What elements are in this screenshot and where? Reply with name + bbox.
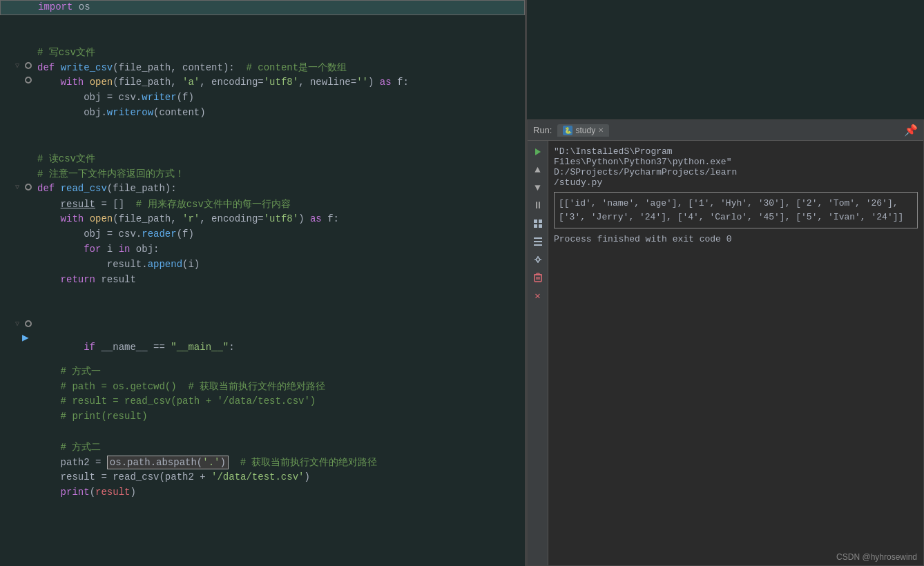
bp-13: [23, 182, 33, 192]
line-1: import os: [0, 0, 525, 15]
code-20: [35, 289, 525, 300]
line-17: for i in obj:: [0, 243, 525, 258]
run-reload-button[interactable]: [530, 215, 546, 232]
fold-5: ▽: [15, 61, 23, 70]
bp-23: [23, 365, 32, 373]
svg-rect-1: [534, 219, 537, 223]
line-20: [0, 289, 525, 304]
svg-point-8: [536, 258, 539, 262]
line-14: result = [] # 用来存放csv文件中的每一行内容: [0, 197, 525, 213]
run-panel: Run: 🐍 study ✕ 📌 ▲ ▼ ⏸: [527, 119, 924, 566]
gutter-9: [0, 122, 35, 130]
current-arrow: ▶: [22, 331, 29, 344]
code-14: result = [] # 用来存放csv文件中的每一行内容: [35, 198, 525, 211]
code-16: obj = csv.reader(f): [35, 228, 525, 240]
bp-12: [23, 168, 32, 176]
bp-18: [23, 259, 32, 267]
code-4: # 写csv文件: [35, 46, 525, 59]
line-28: # 方式二: [0, 440, 525, 456]
run-play-button[interactable]: [530, 144, 546, 160]
line-9: [0, 121, 525, 137]
run-tab[interactable]: 🐍 study ✕: [557, 124, 609, 137]
svg-rect-5: [534, 237, 542, 239]
line-8: obj.writerow(content): [0, 106, 525, 121]
svg-marker-0: [535, 148, 541, 155]
gutter-2: [0, 16, 35, 24]
bp-27: [23, 426, 32, 434]
code-19: return result: [35, 274, 525, 285]
output-result: [['id', 'name', 'age'], ['1', 'Hyh', '30…: [554, 192, 918, 228]
run-trash-button[interactable]: [530, 269, 546, 286]
code-24: # path = os.getcwd() # 获取当前执行文件的绝对路径: [35, 380, 525, 393]
gutter-24: [0, 380, 35, 389]
code-10: [35, 137, 525, 148]
editor-area: import os # 写csv文件 ▽ def write_csv(file_…: [0, 0, 924, 566]
bp-4: [23, 46, 32, 55]
svg-rect-6: [534, 241, 542, 242]
code-22: ▶ if __name__ == "__main__":: [35, 320, 525, 364]
run-pause-button[interactable]: ⏸: [530, 197, 546, 214]
line-15: with open(file_path, 'r', encoding='utf8…: [0, 213, 525, 228]
gutter-20: [0, 289, 35, 297]
bp-5: [23, 61, 33, 70]
gutter-18: [0, 259, 35, 267]
gutter-14: [0, 198, 35, 206]
bp-20: [23, 289, 32, 297]
bp-17: [23, 244, 32, 252]
fn-write-csv: write_csv: [61, 62, 113, 73]
line-30: result = read_csv(path2 + '/data/test.cs…: [0, 471, 525, 486]
gutter-8: [0, 107, 35, 115]
line-19: return result: [0, 273, 525, 289]
gutter-26: [0, 411, 35, 419]
bp-26: [23, 411, 32, 419]
code-30: result = read_csv(path2 + '/data/test.cs…: [35, 471, 525, 482]
run-settings-button[interactable]: [530, 251, 546, 268]
gutter-10: [0, 137, 35, 146]
bp-9: [23, 122, 32, 130]
code-9: [35, 122, 525, 133]
svg-rect-2: [539, 219, 542, 223]
line-18: result.append(i): [0, 258, 525, 273]
pin-icon[interactable]: 📌: [904, 124, 918, 137]
code-2: [35, 16, 525, 27]
line-5: ▽ def write_csv(file_path, content): # c…: [0, 61, 525, 76]
line-23: # 方式一: [0, 364, 525, 380]
gutter-19: [0, 274, 35, 282]
line-24: # path = os.getcwd() # 获取当前执行文件的绝对路径: [0, 380, 525, 395]
code-6: with open(file_path, 'a', encoding='utf8…: [35, 77, 525, 88]
line-13: ▽ def read_csv(file_path):: [0, 182, 525, 197]
run-body: ▲ ▼ ⏸: [528, 141, 923, 565]
gutter-11: [0, 153, 35, 161]
bp-29: [23, 456, 32, 465]
run-stop-button[interactable]: ✕: [530, 287, 546, 304]
bp-15: [23, 213, 32, 222]
line-25: # result = read_csv(path + '/data/test.c…: [0, 395, 525, 410]
run-output: "D:\InstalledS\Program Files\Python\Pyth…: [548, 141, 923, 565]
bp-16: [23, 228, 32, 237]
gutter-23: [0, 365, 35, 373]
code-27: [35, 426, 525, 437]
code-5: def write_csv(file_path, content): # con…: [35, 61, 525, 74]
gutter-6: [0, 77, 35, 84]
run-scroll-up-button[interactable]: ▲: [530, 162, 546, 178]
run-config-button[interactable]: [530, 233, 546, 250]
run-toolbar: ▲ ▼ ⏸: [528, 141, 548, 565]
bp-11: [23, 153, 32, 161]
line-12: # 注意一下文件内容返回的方式！: [0, 167, 525, 182]
line-26: # print(result): [0, 410, 525, 425]
code-11: # 读csv文件: [35, 153, 525, 165]
fold-22: ▽: [15, 320, 23, 328]
bp-2: [23, 16, 32, 24]
run-scroll-down-button[interactable]: ▼: [530, 179, 546, 196]
gutter-22: ▽: [0, 320, 35, 328]
bp-7: [23, 92, 32, 100]
code-31: print(result): [35, 487, 525, 498]
gutter-12: [0, 168, 35, 176]
line-31: print(result): [0, 486, 525, 501]
bp-14: [23, 198, 32, 206]
code-editor[interactable]: import os # 写csv文件 ▽ def write_csv(file_…: [0, 0, 525, 566]
bp-19: [23, 274, 32, 282]
close-run-tab[interactable]: ✕: [598, 126, 604, 134]
line-16: obj = csv.reader(f): [0, 228, 525, 243]
code-3: [35, 31, 525, 42]
